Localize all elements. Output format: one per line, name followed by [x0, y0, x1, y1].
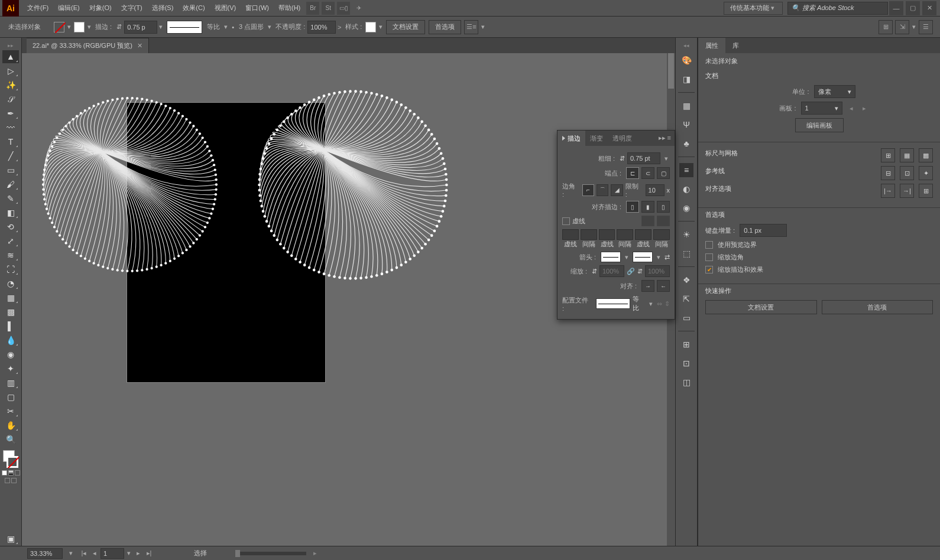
artboards-icon[interactable]: ▭ [679, 311, 693, 325]
align-outside[interactable]: ▯ [657, 201, 670, 213]
zoom-input[interactable]: 33.33% [27, 548, 63, 559]
stroke-swatch[interactable] [74, 22, 85, 32]
doc-setup-button[interactable]: 文档设置 [386, 20, 425, 34]
align-inside[interactable]: ▮ [641, 201, 654, 213]
cap-butt[interactable]: ⊏ [626, 167, 639, 179]
style-swatch[interactable] [365, 22, 376, 32]
stroke-weight-input[interactable]: 0.75 p [124, 21, 157, 34]
next-ab[interactable]: ▸ [134, 549, 143, 558]
transform-dock-icon[interactable]: ⊡ [679, 356, 693, 370]
grid-icon[interactable]: ▦ [900, 148, 914, 162]
dash-align1[interactable] [641, 216, 654, 226]
join-round[interactable]: ⌒ [597, 184, 608, 196]
dash2[interactable] [599, 229, 615, 240]
eraser-tool[interactable]: ◧ [2, 206, 19, 219]
artboard-tool[interactable]: ▢ [2, 390, 19, 403]
transform-icon[interactable]: ⇲ [895, 20, 909, 34]
cb-scale-corners[interactable] [705, 253, 713, 261]
perspective-tool[interactable]: ▦ [2, 291, 19, 304]
guides-lock-icon[interactable]: ⊡ [900, 166, 914, 180]
align-center[interactable]: ▯ [626, 201, 639, 213]
align-panel-icon[interactable]: ⊞ [679, 337, 693, 351]
edit-artboards-button[interactable]: 编辑画板 [795, 118, 844, 132]
line-tool[interactable]: ╱ [2, 149, 19, 162]
tab-gradient[interactable]: 渐变 [585, 131, 608, 146]
asset-export-icon[interactable]: ⇱ [679, 292, 693, 306]
next-artboard[interactable]: ▸ [860, 105, 868, 112]
mesh-tool[interactable]: ▩ [2, 305, 19, 318]
gradient-tool[interactable]: ▌ [2, 320, 19, 333]
flip-v-icon[interactable]: ⇕ [665, 300, 670, 308]
menu-help[interactable]: 帮助(H) [274, 0, 305, 17]
dash1[interactable] [562, 229, 579, 240]
direct-select-tool[interactable]: ▷ [2, 64, 19, 77]
swatches-icon[interactable]: ▦ [679, 99, 693, 113]
weight-input[interactable]: 0.75 pt [627, 152, 660, 164]
stroke-panel-icon[interactable]: ≡ [679, 163, 693, 177]
menu-type[interactable]: 文字(T) [116, 0, 147, 17]
dashed-checkbox[interactable] [562, 217, 570, 225]
menu-select[interactable]: 选择(S) [147, 0, 179, 17]
prefs-button[interactable]: 首选项 [429, 20, 461, 34]
pen-tool[interactable]: ✒ [2, 107, 19, 120]
menu-file[interactable]: 文件(F) [22, 0, 53, 17]
arrange-icon[interactable]: ▭▯ [337, 2, 350, 15]
maximize-button[interactable]: ▢ [906, 1, 920, 15]
curvature-tool[interactable]: 〰 [2, 121, 19, 134]
pathfinder-icon[interactable]: ◫ [679, 375, 693, 389]
cb-preview-bounds[interactable] [705, 241, 713, 249]
menu-view[interactable]: 视图(V) [210, 0, 241, 17]
screen-modes[interactable] [5, 478, 17, 483]
smart-guides-icon[interactable]: ✦ [919, 166, 933, 180]
snap-pixel-icon[interactable]: |→ [881, 184, 895, 198]
ruler-icon[interactable]: ⊞ [881, 148, 895, 162]
selection-tool[interactable]: ▲ [2, 50, 19, 63]
scale-tool[interactable]: ⤢ [2, 235, 19, 248]
appearance-icon[interactable]: ☀ [679, 227, 693, 242]
gap2[interactable] [617, 229, 633, 240]
stepper-icon[interactable]: ⇵ [116, 23, 122, 31]
magic-wand-tool[interactable]: ✨ [2, 79, 19, 92]
shaper-tool[interactable]: ✎ [2, 192, 19, 205]
join-bevel[interactable]: ◢ [611, 184, 623, 196]
menu-object[interactable]: 对象(O) [85, 0, 116, 17]
fill-stroke-indicator[interactable] [2, 449, 20, 469]
brush-label[interactable]: 3 点圆形 [239, 22, 264, 31]
align-icon[interactable]: ⊞ [879, 20, 893, 34]
guides-show-icon[interactable]: ⊟ [881, 166, 895, 180]
transform-panel-icon[interactable]: ☰≡ [464, 20, 478, 34]
tab-close-icon[interactable]: ✕ [137, 42, 142, 50]
shape-builder-tool[interactable]: ◔ [2, 277, 19, 290]
opacity-input[interactable]: 100% [307, 21, 336, 34]
prev-artboard[interactable]: ◂ [847, 105, 855, 112]
color-modes[interactable] [2, 470, 20, 476]
transparency-icon[interactable]: ◉ [679, 201, 693, 215]
search-stock[interactable]: 🔍搜索 Adobe Stock [787, 2, 888, 15]
menu-window[interactable]: 窗口(W) [241, 0, 274, 17]
join-miter[interactable]: ⌐ [582, 184, 594, 196]
document-tab[interactable]: 22.ai* @ 33.33% (RGB/GPU 预览) ✕ [27, 38, 149, 53]
menu-effect[interactable]: 效果(C) [178, 0, 209, 17]
cap-square[interactable]: ▢ [657, 167, 670, 179]
stock-icon[interactable]: St [322, 2, 335, 15]
cb-scale-strokes[interactable]: ✔ [705, 266, 713, 274]
artboard-nav[interactable]: |◂ ◂ 1▾ ▸ ▸| [79, 548, 154, 559]
status-scrollbar[interactable] [235, 552, 306, 555]
stepper-icon[interactable]: ⇵ [620, 155, 625, 162]
tab-transparency[interactable]: 透明度 [608, 131, 637, 146]
qa-prefs[interactable]: 首选项 [822, 300, 933, 314]
color-guide-icon[interactable]: ◨ [679, 72, 693, 86]
first-ab[interactable]: |◂ [79, 549, 89, 558]
list-icon[interactable]: ☰ [919, 20, 933, 34]
graphic-styles-icon[interactable]: ⬚ [679, 246, 693, 261]
stroke-preview[interactable] [167, 21, 202, 34]
tab-stroke[interactable]: 描边 [557, 131, 585, 146]
profile-select[interactable] [596, 298, 630, 309]
key-increment-input[interactable]: 0.1 px [740, 224, 787, 237]
brush-tool[interactable]: 🖌 [2, 178, 19, 191]
type-tool[interactable]: T [2, 135, 19, 148]
snap-grid-icon[interactable]: ⊞ [919, 184, 933, 198]
miter-limit[interactable]: 10 [646, 184, 665, 196]
menu-edit[interactable]: 编辑(E) [53, 0, 85, 17]
tab-properties[interactable]: 属性 [698, 38, 725, 53]
